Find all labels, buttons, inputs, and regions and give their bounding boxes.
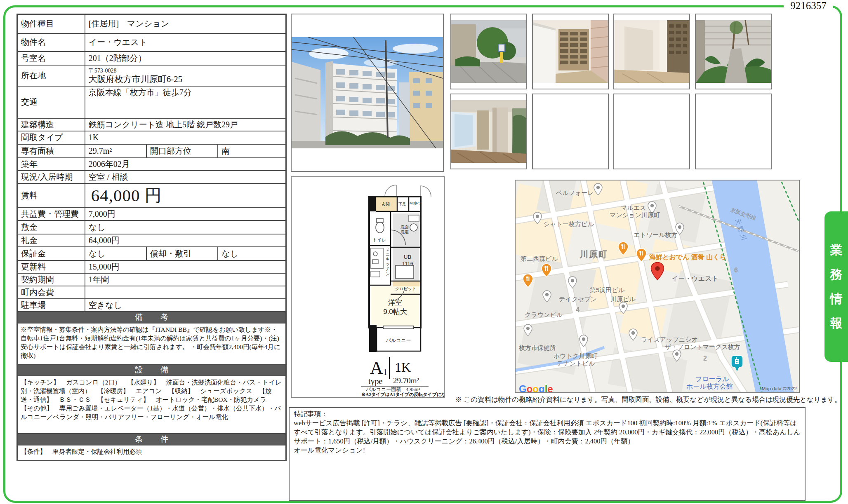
table-row: 駐車場空きなし (17, 299, 286, 312)
postal-code: 〒573-0028 (89, 68, 282, 74)
field-value: 〒573-0028大阪府枚方市川原町6-25 (85, 65, 286, 86)
field-value: 1K (85, 131, 286, 144)
label-meter-pipe: MB|PS (410, 201, 421, 205)
plan-layout: 1K (395, 360, 411, 375)
equipment-header: 設 備 (17, 364, 286, 376)
field-label: 物件種目 (17, 14, 85, 33)
google-logo-letter: e (547, 383, 553, 393)
field-value: なし (85, 220, 286, 234)
lobby-illustration (451, 100, 526, 163)
map-label: ベルフォーレ (556, 190, 594, 196)
restaurant-pin-icon (523, 274, 533, 288)
special-notes-footer: オール電化マンション! (294, 446, 801, 455)
field-label: 物件名 (17, 33, 85, 52)
place-pin-icon (594, 183, 603, 195)
map-label: ライズアップニシオ (641, 336, 698, 342)
entrance-hall-illustration (614, 20, 689, 83)
field-label: 建築構造 (17, 118, 85, 131)
table-row: 契約期間1年間 (17, 273, 286, 286)
field-label: 所在地 (17, 65, 85, 86)
field-value: 29.7m² (85, 144, 146, 158)
map-label: マルエス (621, 204, 646, 211)
field-value: [住居用] マンション (85, 14, 286, 33)
destination-pin-icon (650, 262, 664, 281)
label-room-size: 9.0帖大 (383, 308, 407, 316)
label-shoe-box: 下足 (398, 202, 406, 206)
field-value: 空きなし (85, 299, 286, 312)
table-row: 町内会費 (17, 286, 286, 299)
plan-area: 29.70m² (393, 376, 419, 385)
field-value: なし (85, 247, 146, 260)
plan-type-letter: A (370, 358, 383, 378)
google-logo-letter: G (519, 383, 527, 393)
map-label: クラウンビル (525, 312, 563, 318)
tab-character: 報 (830, 315, 843, 332)
map-label: ホウトク川原町 (554, 353, 597, 359)
map-label: 川原ビル (610, 296, 636, 302)
map-label: ザ・フロントマークス枚方 (665, 344, 740, 350)
table-row: 築年2006年02月 (17, 158, 286, 171)
field-label: 専有面積 (17, 144, 85, 158)
thumbnail-empty-slot (695, 94, 772, 169)
field-value: 2006年02月 (85, 158, 286, 171)
label-entrance: 玄関 (382, 202, 390, 206)
map-label: 第5浜田ビル (590, 287, 624, 293)
table-row: 専有面積29.7m²開口部方位南 (17, 144, 286, 158)
label-western-room: 洋室 (388, 299, 402, 307)
map-credit: Map data ©2022 (762, 386, 797, 391)
field-label: 更新料 (17, 260, 85, 273)
property-table: 物件種目[住居用] マンション物件名イー・ウエスト号室名201（2階部分）所在地… (16, 14, 287, 461)
field-value: 64,000円 (85, 234, 286, 247)
table-row: 間取タイプ1K (17, 131, 286, 144)
place-pin-icon (619, 302, 628, 314)
field-value: 南 (218, 144, 286, 158)
conditions-text: 【条件】 単身者限定・保証会社利用必須 (17, 445, 286, 461)
field-label: 保証金 (17, 247, 85, 260)
equipment-text: 【キッチン】 ガスコンロ（2口） 【水廻り】 洗面台・洗髪洗面化粧台・バス・トイ… (17, 376, 286, 434)
field-label: 交通 (17, 86, 85, 118)
field-label: 現況/入居時期 (17, 171, 85, 183)
table-row: ※空室情報・募集条件・案内方法等の確認は『ITANDI BB』で確認をお願い致し… (17, 323, 286, 364)
field-value: 鉄筋コンクリート造 地上5階 総戸数29戸 (85, 118, 286, 131)
place-pin-icon (542, 290, 551, 302)
table-row: 現況/入居時期空室 / 相談 (17, 171, 286, 183)
map-label: 川原町 (579, 250, 608, 258)
map-label: 6 (734, 267, 738, 274)
label-balcony: バルコニー (385, 338, 411, 343)
field-value: 15,000円 (85, 260, 286, 273)
map-label: 2 (703, 355, 707, 362)
google-logo-letter: g (539, 383, 545, 393)
garden-illustration (696, 20, 771, 83)
map-label: シャトー枚方ビル (544, 221, 594, 227)
field-label: 敷金 (17, 220, 85, 234)
place-pin-icon (672, 349, 681, 362)
google-logo-letter: o (532, 383, 539, 393)
table-row: 【条件】 単身者限定・保証会社利用必須 (17, 445, 286, 461)
thumbnail-empty-slot (532, 94, 609, 169)
field-label: 賃料 (17, 183, 85, 208)
table-row: 【キッチン】 ガスコンロ（2口） 【水廻り】 洗面台・洗髪洗面化粧台・バス・トイ… (17, 376, 286, 434)
thumbnail-mailbox-photo (532, 14, 609, 89)
table-row: 物件名イー・ウエスト (17, 33, 286, 52)
label-mini-kitchen: ミニキッチン (386, 247, 390, 276)
field-label: 契約期間 (17, 273, 85, 286)
business-info-tab[interactable]: 業務情報 (824, 211, 848, 362)
remarks-header: 備 考 (17, 312, 286, 323)
label-closet: クロゼット (395, 286, 416, 291)
hall-pin-icon (731, 355, 743, 372)
label-laundry: 洗濯 (400, 230, 409, 234)
special-notes-title: 特記事項： (294, 410, 801, 419)
place-pin-icon (579, 335, 588, 347)
tab-character: 業 (830, 242, 843, 259)
plan-balcony-area: バルコニー面積 4.95m² (365, 387, 420, 392)
field-label: 礼金 (17, 234, 85, 247)
field-label: 号室名 (17, 52, 85, 65)
restaurant-pin-icon (618, 241, 629, 256)
location-map: Google Map data ©2022 ベルフォーレマルエスマンション川原町… (515, 180, 800, 393)
table-row: 交通京阪本線「枚方市」徒歩7分 (17, 86, 286, 118)
mailbox-illustration (533, 20, 608, 83)
table-row: 敷金なし (17, 220, 286, 234)
field-value: 空室 / 相談 (85, 171, 286, 183)
map-label: テナントビル (557, 360, 595, 366)
map-label: エトワール枚方 (634, 232, 677, 238)
